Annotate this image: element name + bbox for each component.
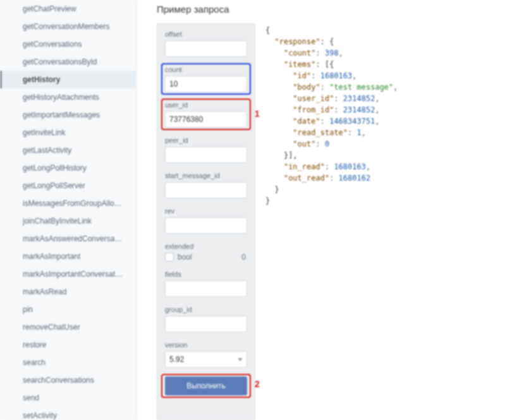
param-extended: extended bool 0 (165, 243, 247, 261)
sidebar-item[interactable]: pin (0, 301, 136, 318)
chevron-down-icon (238, 358, 243, 361)
rev-input[interactable] (165, 217, 247, 234)
sidebar-item[interactable]: getChatPreview (0, 0, 136, 18)
callout-1: 1 (255, 109, 260, 119)
peer-id-input[interactable] (165, 147, 247, 163)
user-id-input[interactable] (165, 111, 247, 128)
param-start-message-id: start_message_id (165, 172, 247, 198)
param-count: count (165, 66, 247, 92)
sidebar-item[interactable]: setActivity (0, 407, 136, 420)
sidebar-item[interactable]: joinChatByInviteLink (0, 212, 136, 230)
param-label: group_id (165, 306, 247, 313)
sidebar-item[interactable]: markAsImportant (0, 248, 136, 265)
sidebar-item[interactable]: restore (0, 336, 136, 354)
sidebar-item[interactable]: getHistoryAttachments (0, 88, 136, 106)
sidebar-item[interactable]: getConversationsById (0, 53, 136, 71)
param-offset: offset (165, 30, 247, 57)
param-group-id: group_id (165, 306, 247, 332)
bool-label: bool (178, 253, 192, 261)
param-label: count (165, 66, 247, 73)
param-peer-id: peer_id (165, 136, 247, 163)
count-input[interactable] (165, 76, 247, 92)
sidebar-item[interactable]: markAsRead (0, 283, 136, 301)
version-value: 5.92 (169, 355, 184, 364)
response-code: { "response": { "count": 398, "items": [… (255, 23, 398, 420)
start-message-id-input[interactable] (165, 182, 247, 198)
param-label: user_id (165, 101, 247, 109)
param-fields: fields (165, 270, 247, 297)
execute-button[interactable]: Выполнить (165, 376, 247, 395)
param-label: fields (165, 270, 247, 278)
sidebar-item[interactable]: getLongPollHistory (0, 159, 136, 177)
version-select[interactable]: 5.92 (165, 351, 247, 368)
sidebar-item[interactable]: getConversationMembers (0, 18, 136, 35)
param-label: extended (165, 243, 247, 250)
section-heading: Пример запроса (137, 1, 510, 23)
extended-checkbox[interactable] (165, 253, 174, 261)
params-panel: offset count 1 user_id peer_id (157, 23, 255, 420)
sidebar-item[interactable]: isMessagesFromGroupAllo… (0, 195, 136, 212)
offset-input[interactable] (165, 40, 247, 57)
callout-2: 2 (255, 379, 260, 389)
param-label: peer_id (165, 136, 247, 144)
sidebar-item[interactable]: getConversations (0, 35, 136, 53)
sidebar-item-gethistory[interactable]: getHistory (0, 71, 136, 88)
sidebar-item[interactable]: search (0, 354, 136, 371)
sidebar-item[interactable]: markAsAnsweredConversa… (0, 230, 136, 248)
api-method-sidebar: getChatPreview getConversationMembers ge… (0, 0, 137, 420)
param-user-id: 1 user_id (165, 101, 247, 128)
param-label: offset (165, 30, 247, 38)
sidebar-item[interactable]: send (0, 389, 136, 407)
execute-wrap: 2 Выполнить (165, 376, 247, 395)
sidebar-item[interactable]: searchConversations (0, 371, 136, 389)
sidebar-item[interactable]: removeChatUser (0, 318, 136, 336)
sidebar-item[interactable]: getLongPollServer (0, 177, 136, 195)
param-version: version 5.92 (165, 341, 247, 368)
param-rev: rev (165, 207, 247, 234)
param-label: start_message_id (165, 172, 247, 179)
sidebar-item[interactable]: getImportantMessages (0, 106, 136, 124)
param-label: rev (165, 207, 247, 215)
sidebar-item[interactable]: getLastActivity (0, 141, 136, 159)
fields-input[interactable] (165, 280, 247, 297)
sidebar-item[interactable]: getInviteLink (0, 124, 136, 141)
param-label: version (165, 341, 247, 349)
sidebar-item[interactable]: markAsImportantConversat… (0, 265, 136, 283)
bool-zero: 0 (241, 253, 246, 261)
group-id-input[interactable] (165, 316, 247, 332)
main-content: Пример запроса offset count 1 user_id (137, 0, 510, 420)
